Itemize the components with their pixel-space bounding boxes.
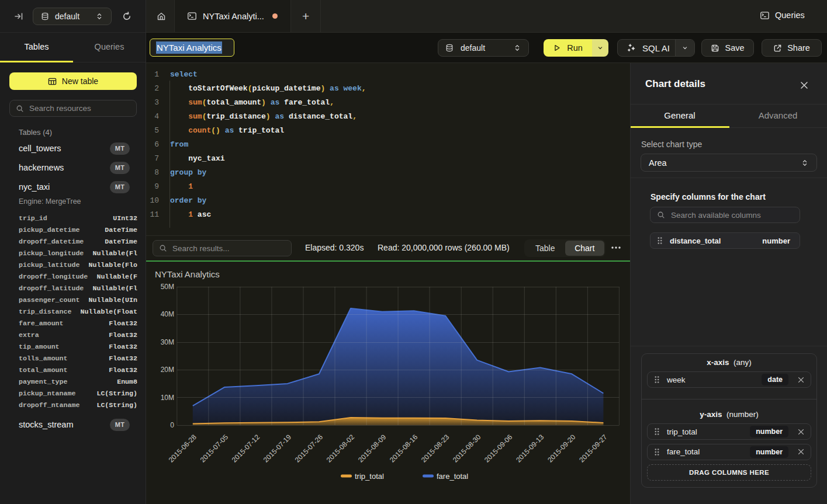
svg-text:2015-09-20: 2015-09-20 <box>546 433 577 464</box>
svg-text:trip_total: trip_total <box>355 472 384 481</box>
svg-text:40M: 40M <box>161 310 174 318</box>
svg-text:2015-09-06: 2015-09-06 <box>483 433 514 464</box>
svg-text:2015-07-19: 2015-07-19 <box>262 433 293 464</box>
svg-text:20M: 20M <box>161 366 174 374</box>
svg-text:2015-07-12: 2015-07-12 <box>230 433 262 464</box>
svg-text:2015-08-30: 2015-08-30 <box>451 433 483 464</box>
svg-text:2015-09-27: 2015-09-27 <box>577 433 609 464</box>
svg-text:2015-08-09: 2015-08-09 <box>357 433 388 464</box>
svg-text:fare_total: fare_total <box>437 472 468 481</box>
svg-text:2015-06-28: 2015-06-28 <box>167 433 199 464</box>
svg-text:2015-07-26: 2015-07-26 <box>293 433 325 464</box>
svg-text:0: 0 <box>170 421 174 429</box>
svg-text:2015-09-13: 2015-09-13 <box>514 433 546 464</box>
svg-text:2015-08-16: 2015-08-16 <box>388 433 420 464</box>
svg-text:30M: 30M <box>161 338 174 346</box>
svg-text:2015-08-23: 2015-08-23 <box>420 433 451 464</box>
svg-text:10M: 10M <box>161 394 174 402</box>
svg-text:50M: 50M <box>161 283 174 291</box>
svg-text:2015-07-05: 2015-07-05 <box>199 433 230 464</box>
svg-text:NYTaxi Analytics: NYTaxi Analytics <box>155 269 220 279</box>
svg-text:2015-08-02: 2015-08-02 <box>325 433 357 464</box>
